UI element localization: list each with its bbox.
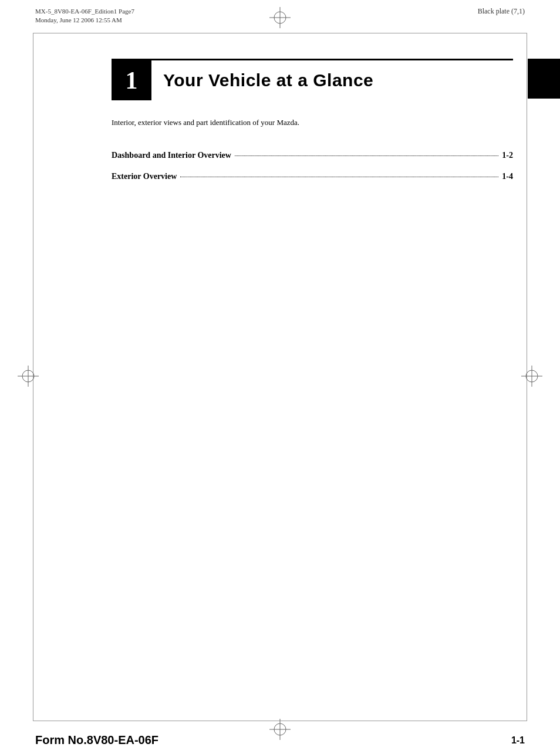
chapter-subtitle: Interior, exterior views and part identi…: [112, 118, 513, 127]
header-right-text: Black plate (7,1): [478, 7, 525, 16]
toc-entry-1: Dashboard and Interior Overview 1-2: [112, 151, 513, 160]
toc-dots-2: [180, 177, 498, 177]
toc-dots-1: [235, 155, 498, 156]
top-crosshair: [269, 7, 291, 31]
top-border-line: [33, 33, 527, 33]
main-content: 1 Your Vehicle at a Glance Interior, ext…: [112, 59, 513, 193]
header-date: Monday, June 12 2006 12:55 AM: [35, 16, 134, 25]
header-left-text: MX-5_8V80-EA-06F_Edition1 Page7 Monday, …: [35, 7, 134, 25]
chapter-number-box: 1: [112, 60, 151, 100]
right-crosshair: [521, 366, 542, 389]
toc-label-1: Dashboard and Interior Overview: [112, 151, 231, 160]
toc-entry-2: Exterior Overview 1-4: [112, 172, 513, 181]
chapter-title: Your Vehicle at a Glance: [163, 70, 373, 90]
black-plate-text: Black plate (7,1): [478, 7, 525, 16]
page-footer: Form No.8V80-EA-06F 1-1: [35, 733, 525, 747]
left-crosshair: [18, 366, 39, 389]
page-header: MX-5_8V80-EA-06F_Edition1 Page7 Monday, …: [35, 7, 525, 25]
chapter-header: 1 Your Vehicle at a Glance: [112, 59, 513, 100]
toc-page-1: 1-2: [502, 151, 513, 160]
toc-page-2: 1-4: [502, 172, 513, 181]
header-filename: MX-5_8V80-EA-06F_Edition1 Page7: [35, 7, 134, 16]
toc-label-2: Exterior Overview: [112, 172, 177, 181]
form-number: Form No.8V80-EA-06F: [35, 733, 158, 747]
chapter-tab: [528, 59, 560, 99]
page-number: 1-1: [511, 735, 525, 746]
chapter-number: 1: [126, 66, 138, 94]
